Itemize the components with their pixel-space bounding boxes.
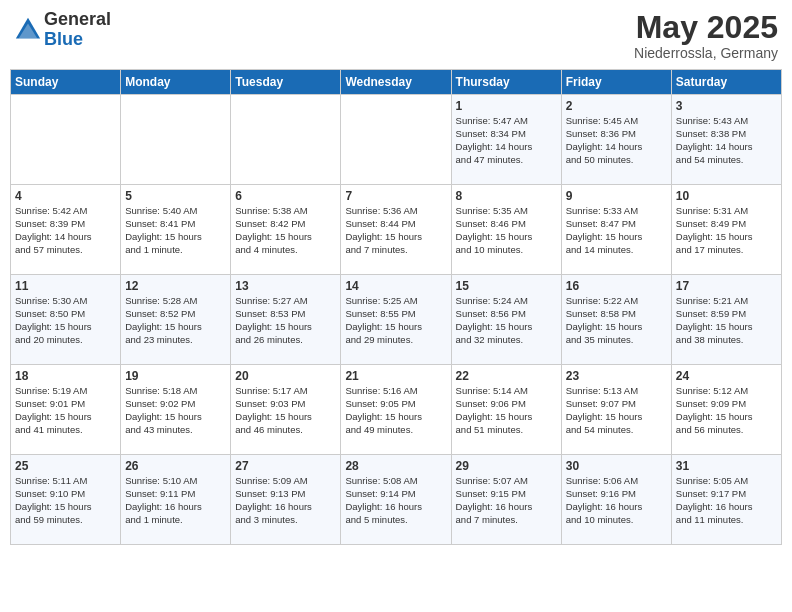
day-number: 18 [15,369,116,383]
calendar-cell: 16Sunrise: 5:22 AM Sunset: 8:58 PM Dayli… [561,275,671,365]
calendar-cell: 7Sunrise: 5:36 AM Sunset: 8:44 PM Daylig… [341,185,451,275]
day-number: 1 [456,99,557,113]
calendar-cell: 25Sunrise: 5:11 AM Sunset: 9:10 PM Dayli… [11,455,121,545]
calendar-table: SundayMondayTuesdayWednesdayThursdayFrid… [10,69,782,545]
calendar-cell [121,95,231,185]
day-number: 6 [235,189,336,203]
calendar-cell: 27Sunrise: 5:09 AM Sunset: 9:13 PM Dayli… [231,455,341,545]
calendar-cell: 5Sunrise: 5:40 AM Sunset: 8:41 PM Daylig… [121,185,231,275]
logo-blue-text: Blue [44,30,111,50]
day-number: 16 [566,279,667,293]
header-day-monday: Monday [121,70,231,95]
page-header: General Blue May 2025 Niederrossla, Germ… [10,10,782,61]
calendar-cell: 6Sunrise: 5:38 AM Sunset: 8:42 PM Daylig… [231,185,341,275]
calendar-cell [11,95,121,185]
day-number: 15 [456,279,557,293]
day-content: Sunrise: 5:08 AM Sunset: 9:14 PM Dayligh… [345,475,446,526]
day-content: Sunrise: 5:13 AM Sunset: 9:07 PM Dayligh… [566,385,667,436]
header-day-sunday: Sunday [11,70,121,95]
day-content: Sunrise: 5:43 AM Sunset: 8:38 PM Dayligh… [676,115,777,166]
calendar-cell: 28Sunrise: 5:08 AM Sunset: 9:14 PM Dayli… [341,455,451,545]
day-content: Sunrise: 5:17 AM Sunset: 9:03 PM Dayligh… [235,385,336,436]
day-number: 21 [345,369,446,383]
day-number: 5 [125,189,226,203]
day-content: Sunrise: 5:28 AM Sunset: 8:52 PM Dayligh… [125,295,226,346]
day-number: 20 [235,369,336,383]
day-content: Sunrise: 5:45 AM Sunset: 8:36 PM Dayligh… [566,115,667,166]
day-number: 28 [345,459,446,473]
calendar-cell: 13Sunrise: 5:27 AM Sunset: 8:53 PM Dayli… [231,275,341,365]
day-number: 31 [676,459,777,473]
day-number: 25 [15,459,116,473]
calendar-cell: 21Sunrise: 5:16 AM Sunset: 9:05 PM Dayli… [341,365,451,455]
calendar-header: SundayMondayTuesdayWednesdayThursdayFrid… [11,70,782,95]
day-number: 9 [566,189,667,203]
day-number: 17 [676,279,777,293]
day-content: Sunrise: 5:18 AM Sunset: 9:02 PM Dayligh… [125,385,226,436]
calendar-cell: 18Sunrise: 5:19 AM Sunset: 9:01 PM Dayli… [11,365,121,455]
day-number: 29 [456,459,557,473]
day-number: 3 [676,99,777,113]
day-content: Sunrise: 5:22 AM Sunset: 8:58 PM Dayligh… [566,295,667,346]
calendar-cell: 23Sunrise: 5:13 AM Sunset: 9:07 PM Dayli… [561,365,671,455]
day-content: Sunrise: 5:47 AM Sunset: 8:34 PM Dayligh… [456,115,557,166]
day-content: Sunrise: 5:10 AM Sunset: 9:11 PM Dayligh… [125,475,226,526]
day-number: 11 [15,279,116,293]
calendar-cell: 3Sunrise: 5:43 AM Sunset: 8:38 PM Daylig… [671,95,781,185]
day-content: Sunrise: 5:35 AM Sunset: 8:46 PM Dayligh… [456,205,557,256]
calendar-cell: 19Sunrise: 5:18 AM Sunset: 9:02 PM Dayli… [121,365,231,455]
day-content: Sunrise: 5:07 AM Sunset: 9:15 PM Dayligh… [456,475,557,526]
calendar-cell: 30Sunrise: 5:06 AM Sunset: 9:16 PM Dayli… [561,455,671,545]
day-content: Sunrise: 5:40 AM Sunset: 8:41 PM Dayligh… [125,205,226,256]
day-content: Sunrise: 5:42 AM Sunset: 8:39 PM Dayligh… [15,205,116,256]
calendar-cell: 29Sunrise: 5:07 AM Sunset: 9:15 PM Dayli… [451,455,561,545]
day-content: Sunrise: 5:36 AM Sunset: 8:44 PM Dayligh… [345,205,446,256]
day-number: 30 [566,459,667,473]
day-content: Sunrise: 5:19 AM Sunset: 9:01 PM Dayligh… [15,385,116,436]
day-number: 22 [456,369,557,383]
calendar-cell: 14Sunrise: 5:25 AM Sunset: 8:55 PM Dayli… [341,275,451,365]
calendar-cell: 11Sunrise: 5:30 AM Sunset: 8:50 PM Dayli… [11,275,121,365]
day-content: Sunrise: 5:24 AM Sunset: 8:56 PM Dayligh… [456,295,557,346]
calendar-cell: 10Sunrise: 5:31 AM Sunset: 8:49 PM Dayli… [671,185,781,275]
header-day-friday: Friday [561,70,671,95]
calendar-cell: 4Sunrise: 5:42 AM Sunset: 8:39 PM Daylig… [11,185,121,275]
header-day-tuesday: Tuesday [231,70,341,95]
calendar-cell: 26Sunrise: 5:10 AM Sunset: 9:11 PM Dayli… [121,455,231,545]
day-content: Sunrise: 5:30 AM Sunset: 8:50 PM Dayligh… [15,295,116,346]
location-subtitle: Niederrossla, Germany [634,45,778,61]
day-number: 19 [125,369,226,383]
calendar-cell: 2Sunrise: 5:45 AM Sunset: 8:36 PM Daylig… [561,95,671,185]
day-number: 8 [456,189,557,203]
day-content: Sunrise: 5:14 AM Sunset: 9:06 PM Dayligh… [456,385,557,436]
calendar-cell: 8Sunrise: 5:35 AM Sunset: 8:46 PM Daylig… [451,185,561,275]
day-number: 7 [345,189,446,203]
calendar-cell: 20Sunrise: 5:17 AM Sunset: 9:03 PM Dayli… [231,365,341,455]
logo: General Blue [14,10,111,50]
day-content: Sunrise: 5:31 AM Sunset: 8:49 PM Dayligh… [676,205,777,256]
day-content: Sunrise: 5:27 AM Sunset: 8:53 PM Dayligh… [235,295,336,346]
logo-general-text: General [44,10,111,30]
day-number: 2 [566,99,667,113]
calendar-cell: 31Sunrise: 5:05 AM Sunset: 9:17 PM Dayli… [671,455,781,545]
day-content: Sunrise: 5:16 AM Sunset: 9:05 PM Dayligh… [345,385,446,436]
week-row-2: 4Sunrise: 5:42 AM Sunset: 8:39 PM Daylig… [11,185,782,275]
day-number: 27 [235,459,336,473]
week-row-5: 25Sunrise: 5:11 AM Sunset: 9:10 PM Dayli… [11,455,782,545]
day-number: 4 [15,189,116,203]
calendar-cell: 22Sunrise: 5:14 AM Sunset: 9:06 PM Dayli… [451,365,561,455]
day-content: Sunrise: 5:06 AM Sunset: 9:16 PM Dayligh… [566,475,667,526]
logo-text: General Blue [44,10,111,50]
logo-icon [14,16,42,44]
day-content: Sunrise: 5:21 AM Sunset: 8:59 PM Dayligh… [676,295,777,346]
day-number: 12 [125,279,226,293]
day-number: 23 [566,369,667,383]
calendar-cell: 15Sunrise: 5:24 AM Sunset: 8:56 PM Dayli… [451,275,561,365]
day-content: Sunrise: 5:12 AM Sunset: 9:09 PM Dayligh… [676,385,777,436]
day-number: 24 [676,369,777,383]
calendar-cell: 1Sunrise: 5:47 AM Sunset: 8:34 PM Daylig… [451,95,561,185]
month-title: May 2025 [634,10,778,45]
header-row: SundayMondayTuesdayWednesdayThursdayFrid… [11,70,782,95]
day-content: Sunrise: 5:38 AM Sunset: 8:42 PM Dayligh… [235,205,336,256]
calendar-cell [341,95,451,185]
